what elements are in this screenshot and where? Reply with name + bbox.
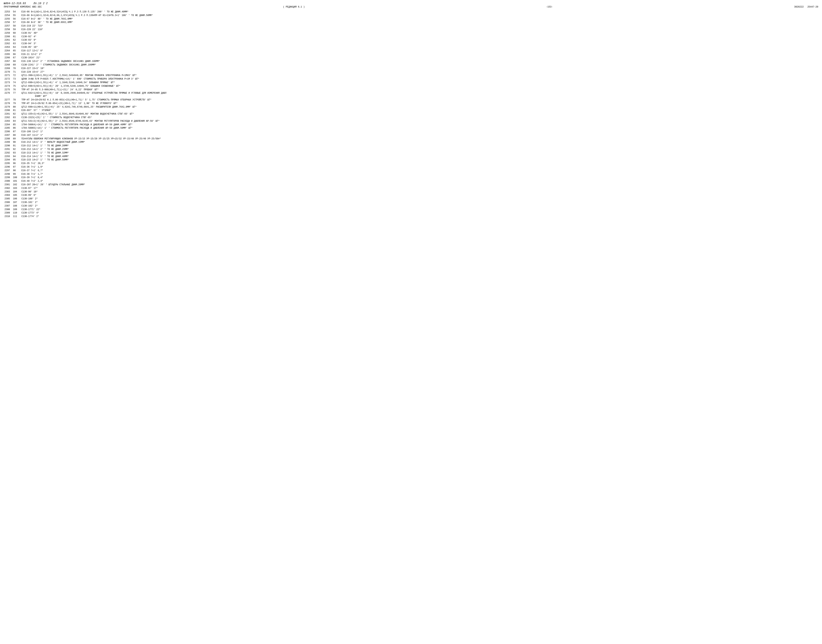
row-num2: 82 <box>12 112 21 116</box>
row-content: Е16-117 12=1' 8* <box>21 49 818 53</box>
row-num2: 69 <box>12 63 21 67</box>
row-content: ЦТ11-541=2(=6)(Н2=1,55)' 2' 2,55#2,05#0,… <box>21 120 818 123</box>
row-num1: 2274 <box>4 84 12 88</box>
row-num2: 102 <box>12 183 21 187</box>
table-row: 2301102Е16-207 20=1' 26' ' ШТУЦЕРЫ СТАЛЬ… <box>4 183 818 187</box>
row-content: ЦТ11-642=1(Н2=1,55)(=6)' 18' 0,34#0,29#0… <box>21 91 818 98</box>
row-num1: 2279 <box>4 105 12 109</box>
table-row: 229697Е16-36 7=1' 1,9* <box>4 165 818 169</box>
table-row: 226465Е16-117 12=1' 8* <box>4 49 818 53</box>
table-row: 229899Е16-38 7=1' 1,7* <box>4 172 818 176</box>
row-num1: 2272 <box>4 77 12 81</box>
row-num1: 2304 <box>4 193 12 197</box>
row-num1: 2292 <box>4 151 12 155</box>
row-content: С130-1773' 4* <box>21 211 818 215</box>
row-num2: 108 <box>12 204 21 208</box>
row-content: Е18-187 11=2' 1* <box>21 133 818 137</box>
row-num1: 2300 <box>4 179 12 183</box>
table-row: 229798Е16-37 7=1' 6,7* <box>4 169 818 172</box>
row-num2: 103 <box>12 187 21 190</box>
row-num2: 87 <box>12 130 21 133</box>
table-row: 2304105С130-99' 6* <box>4 193 818 197</box>
row-num2: 57 <box>12 21 21 24</box>
table-row: 228384ЦТ11-541=2(=6)(Н2=1,55)' 2' 2,55#2… <box>4 120 818 123</box>
row-content: С130-1014' 21* <box>21 56 818 60</box>
doc-code: Лл.16 2 2 <box>34 2 48 5</box>
row-content: Е16-66 8=1(А2=1,32=0,82+0,66,1,87#)#ССЦ … <box>21 14 818 17</box>
row-content: Е16-68 8=3' 30' ' ТО ЖЕ ДИАМ.89Х2,8ММ* <box>21 21 818 24</box>
row-num1: 2259 <box>4 31 12 35</box>
row-content: С130-2241' 2' ' СТОИМОСТЬ ЗАДВИЖЕК ЗОС41… <box>21 63 818 67</box>
table-row: 225859Е16-220 22' 110* <box>4 28 818 31</box>
row-content: Е16-67 8=2' 80' ' ТО ЖЕ ДИАМ.76Х2,8ММ* <box>21 17 818 21</box>
row-num1: 2277 <box>4 98 12 102</box>
row-content: ТПР-НТ 24=1=29/82 П.06-054(=23)(Н9=1,71)… <box>21 102 818 105</box>
row-content: С130-97' 17* <box>21 187 818 190</box>
row-num2: 88 <box>12 133 21 137</box>
row-num1: 2290 <box>4 144 12 148</box>
row-content: Е16-39 7=1' 8,4* <box>21 176 818 179</box>
header-info: ПРОГРАММНЫЙ КОМПЛЕКС АВС-3ЕС ( РЕДАКЦИЯ … <box>4 6 818 8</box>
row-num2: 98 <box>12 169 21 172</box>
row-num1: 2297 <box>4 169 12 172</box>
row-num2: 76 <box>12 88 21 92</box>
row-num2: 75 <box>12 84 21 88</box>
table-row: 226061С130-92' 4* <box>4 35 818 38</box>
row-num1: 2299 <box>4 176 12 179</box>
row-content: С130-94' 3* <box>21 42 818 46</box>
row-num1: 2278 <box>4 102 12 105</box>
row-content: Е18-215 14=2' 1' ' ТО ЖЕ ДИАМ.50ММ* <box>21 158 818 162</box>
data-table: 225354Е16-66 8=1(А2=1,32=0,82+0,52#)#ССЦ… <box>4 10 818 218</box>
row-num1: 2289 <box>4 141 12 144</box>
row-num1: 2285 <box>4 126 12 130</box>
table-row: 227778ТПР-НТ 24=18=29/82 Н.1 П.06-053(=2… <box>4 98 818 102</box>
row-num2: 94 <box>12 155 21 158</box>
table-row: 2307108С130-102' 2* <box>4 204 818 208</box>
row-num2: 79 <box>12 102 21 105</box>
row-num2: 54 <box>12 10 21 14</box>
row-num1: 2294 <box>4 158 12 162</box>
table-row: 229394Е18-214 14=1' 5' ' ТО ЖЕ ДИАМ.40ММ… <box>4 155 818 158</box>
doc-id: 25447-20 <box>807 6 818 8</box>
row-num2: 92 <box>12 148 21 151</box>
table-row: 228283С130-1523(=23)' 1' ' СТОИМОСТЬ ВОД… <box>4 116 818 120</box>
row-num1: 2257 <box>4 24 12 28</box>
table-row: 228990Е18-212 14=1' 3' ' ФИЛЬТР ЖИДКОСТН… <box>4 141 818 144</box>
table-row: 227576ТПР-НТ 24-05 П.3-088(Н9=1,71)(=21)… <box>4 88 818 92</box>
row-content: С130-99' 6* <box>21 193 818 197</box>
table-row: 226162С130-93' 9* <box>4 38 818 42</box>
table-row: 227677ЦТ11-642=1(Н2=1,55)(=6)' 18' 0,34#… <box>4 91 818 98</box>
row-content: 1704-50064(=14)' 1' ' СТОИМОСТЬ РЕГУЛЯТО… <box>21 123 818 127</box>
row-num1: 2302 <box>4 187 12 190</box>
row-num1: 2296 <box>4 165 12 169</box>
table-row: 225556Е16-67 8=2' 80' ' ТО ЖЕ ДИАМ.76Х2,… <box>4 17 818 21</box>
row-content: 1704-50065(=14)' 1' ' СТОИМОСТЬ РЕГУЛЯТО… <box>21 126 818 130</box>
row-num1: 2275 <box>4 88 12 92</box>
row-content: Е18-214 14=1' 5' ' ТО ЖЕ ДИАМ.40ММ* <box>21 155 818 158</box>
row-num2: 104 <box>12 190 21 194</box>
row-content: С130-1523(=23)' 1' ' СТОИМОСТЬ ВОДОСЧЕТЧ… <box>21 116 818 120</box>
row-num2: 99 <box>12 172 21 176</box>
row-content: ЦТ11-390=1(Н2=1,55)(=6)' 1' 2,55#2,5#0#0… <box>21 74 818 77</box>
row-content: С130-93' 9* <box>21 38 818 42</box>
row-num1: 2268 <box>4 63 12 67</box>
row-num2: 100 <box>12 176 21 179</box>
table-row: 228081Е20-697' 57' ' УГОЛКИ* <box>4 109 818 112</box>
org-code: 3028222 <box>794 6 804 8</box>
table-row: 229495Е18-215 14=2' 1' ' ТО ЖЕ ДИАМ.50ММ… <box>4 158 818 162</box>
table-row: 227475ЦТ12-698=5(Н2=1,55)(=6)' 20' 1,37#… <box>4 84 818 88</box>
row-num2: 81 <box>12 109 21 112</box>
row-num1: 2269 <box>4 67 12 71</box>
row-num2: 55 <box>12 14 21 17</box>
row-num1: 2309 <box>4 211 12 215</box>
row-num1: 2270 <box>4 71 12 74</box>
row-content: С130-91' 40* <box>21 31 818 35</box>
table-row: 2285861704-50065(=14)' 1' ' СТОИМОСТЬ РЕ… <box>4 126 818 130</box>
row-num2: 101 <box>12 179 21 183</box>
doc-number: №864-12-318.93 <box>4 2 26 5</box>
row-num1: 2284 <box>4 123 12 127</box>
edition-label: ( РЕДАКЦИЯ 6.1 ) <box>283 6 305 8</box>
row-num1: 2295 <box>4 162 12 165</box>
row-num1: 2293 <box>4 155 12 158</box>
table-row: 226566Е16-11 12=2' 2* <box>4 53 818 56</box>
